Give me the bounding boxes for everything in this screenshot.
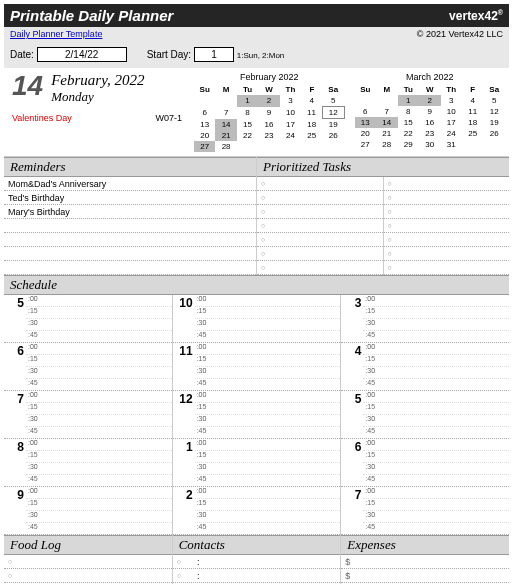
task-line[interactable]: ○ <box>257 191 383 205</box>
minute-row[interactable]: :30 <box>363 367 509 379</box>
minute-row[interactable]: :15 <box>363 499 509 511</box>
minute-row[interactable]: :45 <box>195 475 341 486</box>
minute-row[interactable]: :45 <box>26 523 172 534</box>
cal-dow: Tu <box>237 84 258 95</box>
minute-row[interactable]: :15 <box>195 355 341 367</box>
cal-day: 1 <box>398 95 420 106</box>
minute-row[interactable]: :00 <box>195 391 341 403</box>
cal-day <box>280 141 301 152</box>
minute-row[interactable]: :00 <box>195 295 341 307</box>
hour-block: 8:00:15:30:45 <box>4 439 172 487</box>
minute-row[interactable]: :15 <box>363 355 509 367</box>
reminder-line[interactable]: Mary's Birthday <box>4 205 256 219</box>
task-line[interactable]: ○ <box>257 205 383 219</box>
minute-row[interactable]: :00 <box>26 391 172 403</box>
minute-row[interactable]: :30 <box>195 511 341 523</box>
cal-day: 27 <box>194 141 215 152</box>
task-line[interactable]: ○ <box>384 191 510 205</box>
expense-line[interactable]: $ <box>341 569 509 583</box>
minute-row[interactable]: :15 <box>195 307 341 319</box>
minute-row[interactable]: :45 <box>26 331 172 342</box>
task-line[interactable]: ○ <box>384 205 510 219</box>
minute-row[interactable]: :00 <box>363 439 509 451</box>
minute-row[interactable]: :00 <box>363 487 509 499</box>
task-line[interactable]: ○ <box>384 247 510 261</box>
minute-row[interactable]: :30 <box>363 463 509 475</box>
contact-line[interactable]: ○: <box>173 569 341 583</box>
task-line[interactable]: ○ <box>384 219 510 233</box>
minute-row[interactable]: :45 <box>26 427 172 438</box>
minute-row[interactable]: :30 <box>195 367 341 379</box>
minute-row[interactable]: :45 <box>195 523 341 534</box>
minute-row[interactable]: :00 <box>195 343 341 355</box>
contact-line[interactable]: ○: <box>173 555 341 569</box>
minute-row[interactable]: :15 <box>195 499 341 511</box>
minute-row[interactable]: :00 <box>26 487 172 499</box>
minute-row[interactable]: :00 <box>26 343 172 355</box>
startday-input[interactable] <box>194 47 234 62</box>
minute-row[interactable]: :30 <box>26 511 172 523</box>
reminder-line[interactable]: Mom&Dad's Anniversary <box>4 177 256 191</box>
task-line[interactable]: ○ <box>384 261 510 275</box>
minute-row[interactable]: :30 <box>195 319 341 331</box>
minute-row[interactable]: :00 <box>363 295 509 307</box>
contacts-header: Contacts <box>173 535 341 555</box>
template-link[interactable]: Daily Planner Template <box>10 29 102 39</box>
minute-row[interactable]: :30 <box>26 367 172 379</box>
cal-day: 26 <box>484 128 506 139</box>
minute-row[interactable]: :45 <box>195 427 341 438</box>
minute-row[interactable]: :45 <box>26 379 172 390</box>
minute-row[interactable]: :45 <box>363 331 509 342</box>
minute-row[interactable]: :30 <box>363 511 509 523</box>
minute-row[interactable]: :15 <box>195 403 341 415</box>
reminder-line[interactable] <box>4 247 256 261</box>
minute-row[interactable]: :15 <box>26 451 172 463</box>
minute-row[interactable]: :15 <box>363 403 509 415</box>
minute-row[interactable]: :30 <box>195 415 341 427</box>
task-line[interactable]: ○ <box>384 233 510 247</box>
reminder-line[interactable] <box>4 233 256 247</box>
minute-row[interactable]: :45 <box>26 475 172 486</box>
task-line[interactable]: ○ <box>384 177 510 191</box>
task-line[interactable]: ○ <box>257 177 383 191</box>
list-line[interactable]: ○ <box>4 555 172 569</box>
minute-row[interactable]: :15 <box>26 499 172 511</box>
minute-row[interactable]: :15 <box>363 451 509 463</box>
reminder-line[interactable] <box>4 261 256 275</box>
minute-row[interactable]: :00 <box>195 439 341 451</box>
minute-row[interactable]: :00 <box>363 343 509 355</box>
date-input[interactable] <box>37 47 127 62</box>
cal-day <box>355 95 377 106</box>
minute-row[interactable]: :15 <box>26 355 172 367</box>
task-line[interactable]: ○ <box>257 247 383 261</box>
minute-row[interactable]: :30 <box>26 463 172 475</box>
reminder-line[interactable]: Ted's Birthday <box>4 191 256 205</box>
minute-row[interactable]: :45 <box>195 331 341 342</box>
minute-row[interactable]: :15 <box>26 307 172 319</box>
minute-row[interactable]: :15 <box>195 451 341 463</box>
expense-line[interactable]: $ <box>341 555 509 569</box>
minute-row[interactable]: :45 <box>363 379 509 390</box>
cal-day: 8 <box>398 106 420 117</box>
task-line[interactable]: ○ <box>257 261 383 275</box>
minute-row[interactable]: :15 <box>26 403 172 415</box>
task-line[interactable]: ○ <box>257 219 383 233</box>
minute-row[interactable]: :00 <box>363 391 509 403</box>
minute-row[interactable]: :45 <box>195 379 341 390</box>
minute-row[interactable]: :00 <box>26 439 172 451</box>
minute-row[interactable]: :45 <box>363 427 509 438</box>
task-line[interactable]: ○ <box>257 233 383 247</box>
minute-row[interactable]: :00 <box>195 487 341 499</box>
minute-row[interactable]: :30 <box>363 415 509 427</box>
list-line[interactable]: ○ <box>4 569 172 583</box>
minute-row[interactable]: :30 <box>26 319 172 331</box>
minute-row[interactable]: :30 <box>195 463 341 475</box>
minute-row[interactable]: :30 <box>26 415 172 427</box>
reminder-line[interactable] <box>4 219 256 233</box>
minute-row[interactable]: :45 <box>363 475 509 486</box>
minute-row[interactable]: :00 <box>26 295 172 307</box>
minute-row[interactable]: :15 <box>363 307 509 319</box>
minute-row[interactable]: :45 <box>363 523 509 534</box>
food-header: Food Log <box>4 535 172 555</box>
minute-row[interactable]: :30 <box>363 319 509 331</box>
